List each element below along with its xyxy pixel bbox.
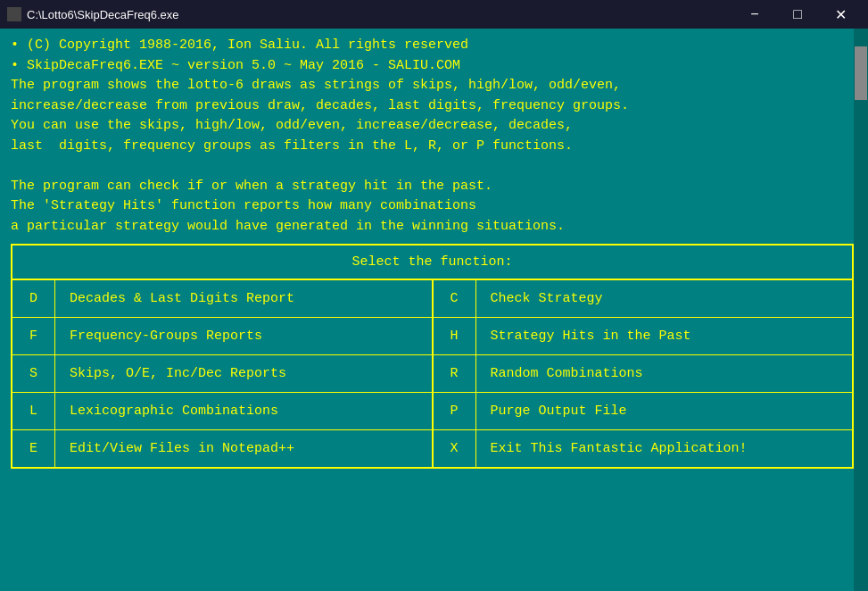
menu-label-right-3[interactable]: Purge Output File xyxy=(476,393,853,429)
menu-key-left-0[interactable]: D xyxy=(12,280,55,317)
menu-key-left-1[interactable]: F xyxy=(12,318,55,354)
menu-right-1: H Strategy Hits in the Past xyxy=(434,318,853,354)
menu-label-right-4[interactable]: Exit This Fantastic Application! xyxy=(476,430,853,467)
menu-label-left-0[interactable]: Decades & Last Digits Report xyxy=(55,280,432,317)
menu-label-left-2[interactable]: Skips, O/E, Inc/Dec Reports xyxy=(55,355,432,392)
menu-right-0: C Check Strategy xyxy=(434,280,853,317)
maximize-button[interactable]: □ xyxy=(777,0,818,29)
menu-key-right-3[interactable]: P xyxy=(434,393,476,429)
menu-key-left-4[interactable]: E xyxy=(12,430,55,467)
menu-row-0: D Decades & Last Digits Report C Check S… xyxy=(12,280,852,318)
title-path: C:\Lotto6\SkipDecaFreq6.exe xyxy=(27,8,179,21)
menu-key-right-4[interactable]: X xyxy=(434,430,476,467)
menu-left-1: F Frequency-Groups Reports xyxy=(12,318,434,354)
menu-left-2: S Skips, O/E, Inc/Dec Reports xyxy=(12,355,434,392)
main-content: • (C) Copyright 1988-2016, Ion Saliu. Al… xyxy=(0,29,868,591)
close-button[interactable]: ✕ xyxy=(820,0,861,29)
menu-right-3: P Purge Output File xyxy=(434,393,853,429)
function-menu: Select the function: D Decades & Last Di… xyxy=(11,244,854,469)
menu-key-left-2[interactable]: S xyxy=(12,355,55,392)
minimize-button[interactable]: − xyxy=(734,0,775,29)
menu-key-right-2[interactable]: R xyxy=(434,355,476,392)
menu-row-4: E Edit/View Files in Notepad++ X Exit Th… xyxy=(12,430,852,467)
info-text: • (C) Copyright 1988-2016, Ion Saliu. Al… xyxy=(11,36,857,237)
menu-left-0: D Decades & Last Digits Report xyxy=(12,280,434,317)
menu-label-right-2[interactable]: Random Combinations xyxy=(476,355,853,392)
scrollbar[interactable] xyxy=(854,29,868,591)
menu-header: Select the function: xyxy=(12,246,852,280)
menu-row-2: S Skips, O/E, Inc/Dec Reports R Random C… xyxy=(12,355,852,393)
title-bar: C:\Lotto6\SkipDecaFreq6.exe − □ ✕ xyxy=(0,0,868,29)
menu-label-left-4[interactable]: Edit/View Files in Notepad++ xyxy=(55,430,432,467)
menu-label-right-1[interactable]: Strategy Hits in the Past xyxy=(476,318,853,354)
app-icon xyxy=(7,7,21,21)
menu-key-right-0[interactable]: C xyxy=(434,280,476,317)
menu-key-right-1[interactable]: H xyxy=(434,318,476,354)
menu-key-left-3[interactable]: L xyxy=(12,393,55,429)
menu-right-2: R Random Combinations xyxy=(434,355,853,392)
menu-label-left-3[interactable]: Lexicographic Combinations xyxy=(55,393,432,429)
menu-left-4: E Edit/View Files in Notepad++ xyxy=(12,430,434,467)
scrollbar-thumb[interactable] xyxy=(855,46,867,100)
menu-row-1: F Frequency-Groups Reports H Strategy Hi… xyxy=(12,318,852,355)
menu-row-3: L Lexicographic Combinations P Purge Out… xyxy=(12,393,852,430)
menu-left-3: L Lexicographic Combinations xyxy=(12,393,434,429)
menu-rows: D Decades & Last Digits Report C Check S… xyxy=(12,280,852,467)
title-bar-left: C:\Lotto6\SkipDecaFreq6.exe xyxy=(7,7,179,21)
title-bar-controls: − □ ✕ xyxy=(734,0,861,29)
menu-label-right-0[interactable]: Check Strategy xyxy=(476,280,853,317)
menu-right-4: X Exit This Fantastic Application! xyxy=(434,430,853,467)
menu-label-left-1[interactable]: Frequency-Groups Reports xyxy=(55,318,432,354)
